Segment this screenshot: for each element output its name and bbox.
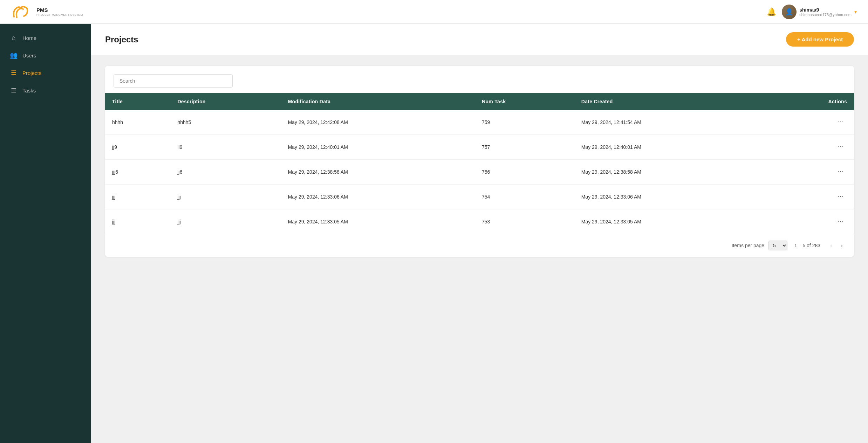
table-row: jjj6 jj6 May 29, 2024, 12:38:58 AM 756 M… (105, 160, 854, 185)
logo-text: PMS PROJECT MANGMENT SYSTEM (36, 7, 83, 17)
header-right: 🔔 👤 shimaa9 shimaasaeed173@yahoo.com ▾ (767, 5, 857, 19)
items-per-page-area: Items per page: 5 10 25 50 (732, 241, 787, 250)
cell-title: jj9 (105, 135, 170, 160)
notification-bell-icon[interactable]: 🔔 (767, 7, 776, 16)
cell-modification-data: May 29, 2024, 12:40:01 AM (281, 135, 475, 160)
table-header-row: Title Description Modification Data Num … (105, 93, 854, 110)
search-area (105, 66, 854, 93)
per-page-select[interactable]: 5 10 25 50 (768, 241, 787, 250)
cell-title: jjj6 (105, 160, 170, 185)
projects-card: Title Description Modification Data Num … (105, 66, 854, 257)
row-actions-button[interactable]: ⋮ (835, 116, 846, 129)
cell-title: hhhh (105, 110, 170, 135)
row-actions-button[interactable]: ⋮ (835, 215, 846, 228)
table-header: Title Description Modification Data Num … (105, 93, 854, 110)
cell-actions: ⋮ (768, 135, 854, 160)
row-actions-button[interactable]: ⋮ (835, 166, 846, 178)
users-icon: 👥 (10, 51, 18, 59)
sidebar-label-users: Users (22, 53, 36, 58)
avatar: 👤 (782, 5, 797, 19)
main-layout: ⌂ Home 👥 Users ☰ Projects ☰ Tasks Projec… (0, 24, 868, 443)
sidebar-label-home: Home (22, 35, 36, 41)
table-body: hhhh hhhh5 May 29, 2024, 12:42:08 AM 759… (105, 110, 854, 234)
user-email: shimaasaeed173@yahoo.com (799, 13, 852, 17)
sidebar-item-tasks[interactable]: ☰ Tasks (0, 82, 91, 99)
cell-actions: ⋮ (768, 209, 854, 234)
cell-actions: ⋮ (768, 110, 854, 135)
logo-subtitle-label: PROJECT MANGMENT SYSTEM (36, 13, 83, 17)
app-header: PMS PROJECT MANGMENT SYSTEM 🔔 👤 shimaa9 … (0, 0, 868, 24)
cell-num-task: 754 (475, 185, 574, 209)
table-row: jj9 ll9 May 29, 2024, 12:40:01 AM 757 Ma… (105, 135, 854, 160)
cell-description: jjj (170, 209, 281, 234)
pagination-range: 1 – 5 of 283 (794, 243, 820, 248)
col-actions: Actions (768, 93, 854, 110)
items-per-page-label: Items per page: (732, 243, 766, 248)
cell-title: jjj (105, 209, 170, 234)
cell-num-task: 757 (475, 135, 574, 160)
sidebar: ⌂ Home 👥 Users ☰ Projects ☰ Tasks (0, 24, 91, 443)
row-actions-button[interactable]: ⋮ (835, 141, 846, 153)
page-title: Projects (105, 35, 138, 44)
cell-description: jjj (170, 185, 281, 209)
sidebar-item-home[interactable]: ⌂ Home (0, 29, 91, 47)
cell-num-task: 756 (475, 160, 574, 185)
cell-date-created: May 29, 2024, 12:33:05 AM (574, 209, 768, 234)
col-modification-data: Modification Data (281, 93, 475, 110)
logo-pms-label: PMS (36, 7, 83, 13)
cell-actions: ⋮ (768, 185, 854, 209)
cell-date-created: May 29, 2024, 12:38:58 AM (574, 160, 768, 185)
sidebar-label-projects: Projects (22, 70, 41, 76)
cell-description: jj6 (170, 160, 281, 185)
logo-icon (11, 4, 32, 20)
table-row: jjj jjj May 29, 2024, 12:33:06 AM 754 Ma… (105, 185, 854, 209)
avatar-image: 👤 (782, 5, 797, 19)
cell-date-created: May 29, 2024, 12:41:54 AM (574, 110, 768, 135)
sidebar-item-users[interactable]: 👥 Users (0, 47, 91, 64)
cell-description: ll9 (170, 135, 281, 160)
tasks-icon: ☰ (10, 86, 18, 94)
prev-page-button[interactable]: ‹ (827, 241, 835, 250)
sidebar-label-tasks: Tasks (22, 88, 36, 94)
projects-table: Title Description Modification Data Num … (105, 93, 854, 234)
user-menu[interactable]: 👤 shimaa9 shimaasaeed173@yahoo.com ▾ (782, 5, 857, 19)
cell-modification-data: May 29, 2024, 12:33:06 AM (281, 185, 475, 209)
row-actions-button[interactable]: ⋮ (835, 191, 846, 203)
main-content: Projects + Add new Project Title Descrip… (91, 24, 868, 443)
col-num-task: Num Task (475, 93, 574, 110)
cell-date-created: May 29, 2024, 12:40:01 AM (574, 135, 768, 160)
col-description: Description (170, 93, 281, 110)
logo-area: PMS PROJECT MANGMENT SYSTEM (11, 4, 83, 20)
chevron-down-icon: ▾ (854, 9, 857, 15)
content-area: Title Description Modification Data Num … (91, 55, 868, 267)
col-title: Title (105, 93, 170, 110)
cell-modification-data: May 29, 2024, 12:33:05 AM (281, 209, 475, 234)
cell-date-created: May 29, 2024, 12:33:06 AM (574, 185, 768, 209)
col-date-created: Date Created (574, 93, 768, 110)
projects-icon: ☰ (10, 69, 18, 77)
user-info: shimaa9 shimaasaeed173@yahoo.com (799, 7, 852, 17)
cell-modification-data: May 29, 2024, 12:38:58 AM (281, 160, 475, 185)
home-icon: ⌂ (10, 34, 18, 42)
add-project-button[interactable]: + Add new Project (786, 32, 854, 47)
search-input[interactable] (114, 74, 233, 88)
cell-num-task: 759 (475, 110, 574, 135)
cell-num-task: 753 (475, 209, 574, 234)
pagination-bar: Items per page: 5 10 25 50 1 – 5 of 283 … (105, 234, 854, 257)
cell-title: jjj (105, 185, 170, 209)
cell-actions: ⋮ (768, 160, 854, 185)
cell-modification-data: May 29, 2024, 12:42:08 AM (281, 110, 475, 135)
sidebar-item-projects[interactable]: ☰ Projects (0, 64, 91, 82)
table-row: jjj jjj May 29, 2024, 12:33:05 AM 753 Ma… (105, 209, 854, 234)
cell-description: hhhh5 (170, 110, 281, 135)
page-header: Projects + Add new Project (91, 24, 868, 55)
pagination-nav: ‹ › (827, 241, 846, 250)
table-row: hhhh hhhh5 May 29, 2024, 12:42:08 AM 759… (105, 110, 854, 135)
next-page-button[interactable]: › (838, 241, 846, 250)
user-name: shimaa9 (799, 7, 819, 13)
